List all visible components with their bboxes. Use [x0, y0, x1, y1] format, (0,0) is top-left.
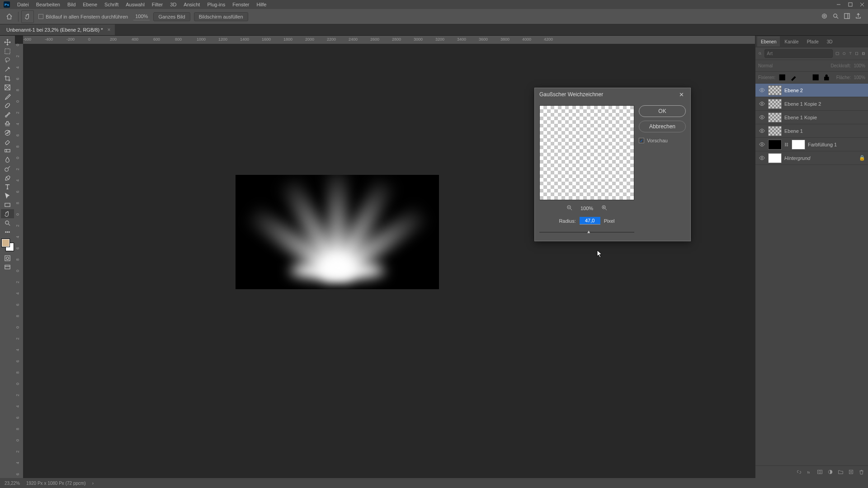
filter-smart-icon[interactable] — [862, 51, 865, 56]
layer-thumbnail[interactable] — [768, 85, 782, 95]
menu-image[interactable]: Bild — [64, 2, 79, 7]
home-button[interactable] — [3, 10, 15, 23]
layer-thumbnail[interactable] — [768, 99, 782, 109]
gradient-tool[interactable] — [1, 146, 14, 155]
marquee-tool[interactable] — [1, 47, 14, 56]
type-tool[interactable] — [1, 182, 14, 191]
close-tab-icon[interactable]: × — [107, 27, 110, 33]
dialog-titlebar[interactable]: Gaußscher Weichzeichner ✕ — [535, 88, 690, 101]
menu-edit[interactable]: Bearbeiten — [33, 2, 64, 7]
fill-screen-button[interactable]: Bildschirm ausfüllen — [194, 12, 248, 21]
layer-filter-input[interactable] — [764, 49, 833, 58]
menu-filter[interactable]: Filter — [148, 2, 166, 7]
lock-pixels-icon[interactable] — [778, 73, 786, 81]
blend-mode-select[interactable]: Normal — [758, 63, 828, 68]
filter-adjust-icon[interactable] — [842, 51, 846, 56]
window-minimize[interactable] — [833, 0, 844, 9]
foreground-color-swatch[interactable] — [2, 239, 9, 247]
eyedropper-tool[interactable] — [1, 92, 14, 101]
layer-name[interactable]: Ebene 1 — [784, 128, 803, 134]
edit-toolbar[interactable] — [1, 227, 14, 236]
frame-tool[interactable] — [1, 83, 14, 92]
new-layer-icon[interactable] — [848, 469, 854, 475]
pen-tool[interactable] — [1, 173, 14, 182]
menu-plugins[interactable]: Plug-ins — [203, 2, 229, 7]
dialog-close-icon[interactable]: ✕ — [677, 91, 686, 98]
hand-tool[interactable] — [1, 209, 14, 218]
move-tool[interactable] — [1, 38, 14, 47]
fill-value[interactable]: 100% — [854, 75, 865, 80]
cancel-button[interactable]: Abbrechen — [639, 121, 686, 132]
workspace-icon[interactable] — [844, 13, 850, 20]
layer-row[interactable]: Ebene 1 — [755, 124, 868, 138]
healing-tool[interactable] — [1, 101, 14, 110]
tab-3d[interactable]: 3D — [823, 37, 836, 47]
slider-handle-icon[interactable]: ▲ — [586, 229, 591, 234]
scroll-all-checkbox[interactable]: Bildlauf in allen Fenstern durchführen — [38, 14, 128, 19]
menu-type[interactable]: Schrift — [101, 2, 122, 7]
tab-paths[interactable]: Pfade — [803, 37, 822, 47]
layer-row[interactable]: Ebene 1 Kopie 2 — [755, 97, 868, 111]
tab-channels[interactable]: Kanäle — [781, 37, 802, 47]
mask-link-icon[interactable]: ⛓ — [784, 142, 789, 147]
lock-brush-icon[interactable] — [789, 73, 797, 81]
screenmode-tool[interactable] — [1, 263, 14, 272]
document-tab[interactable]: Unbenannt-1 bei 23,2% (Ebene 2, RGB/8) *… — [0, 24, 115, 35]
visibility-toggle[interactable] — [758, 114, 765, 120]
layer-name[interactable]: Hintergrund — [784, 155, 810, 161]
layer-thumbnail[interactable] — [768, 126, 782, 136]
layer-name[interactable]: Ebene 1 Kopie — [784, 115, 817, 120]
current-tool-hand[interactable] — [21, 10, 34, 23]
menu-help[interactable]: Hilfe — [253, 2, 270, 7]
layer-row[interactable]: Ebene 2 — [755, 84, 868, 97]
fit-screen-button[interactable]: Ganzes Bild — [153, 12, 190, 21]
history-brush-tool[interactable] — [1, 128, 14, 137]
mask-icon[interactable] — [817, 469, 823, 475]
dodge-tool[interactable] — [1, 164, 14, 173]
path-select-tool[interactable] — [1, 191, 14, 200]
menu-window[interactable]: Fenster — [229, 2, 253, 7]
group-icon[interactable] — [838, 469, 844, 475]
filter-type-icon[interactable] — [849, 51, 852, 56]
crop-tool[interactable] — [1, 74, 14, 83]
wand-tool[interactable] — [1, 65, 14, 74]
layer-row[interactable]: Hintergrund 🔒 — [755, 151, 868, 165]
eraser-tool[interactable] — [1, 137, 14, 146]
dialog-preview[interactable] — [539, 105, 634, 200]
zoom-tool[interactable] — [1, 218, 14, 227]
lock-all-icon[interactable] — [822, 73, 830, 81]
zoom-in-icon[interactable] — [601, 205, 607, 211]
lock-position-icon[interactable] — [800, 73, 808, 81]
stamp-tool[interactable] — [1, 119, 14, 128]
menu-view[interactable]: Ansicht — [180, 2, 203, 7]
lasso-tool[interactable] — [1, 56, 14, 65]
rectangle-tool[interactable] — [1, 200, 14, 209]
filter-shape-icon[interactable] — [855, 51, 859, 56]
menu-3d[interactable]: 3D — [166, 2, 180, 7]
tab-layers[interactable]: Ebenen — [757, 37, 780, 47]
status-zoom[interactable]: 23,22% — [5, 481, 20, 486]
visibility-toggle[interactable] — [758, 141, 765, 147]
opacity-value[interactable]: 100% — [854, 63, 865, 68]
adjustment-icon[interactable] — [827, 469, 833, 475]
delete-icon[interactable] — [859, 469, 864, 475]
menu-file[interactable]: Datei — [14, 2, 33, 7]
layer-row[interactable]: ⛓ Farbfüllung 1 — [755, 138, 868, 151]
layer-name[interactable]: Ebene 1 Kopie 2 — [784, 101, 821, 107]
visibility-toggle[interactable] — [758, 155, 765, 161]
mask-thumbnail[interactable] — [792, 140, 805, 150]
layer-name[interactable]: Ebene 2 — [784, 88, 803, 93]
menu-layer[interactable]: Ebene — [79, 2, 101, 7]
window-maximize[interactable] — [844, 0, 856, 9]
cloud-docs-icon[interactable] — [821, 13, 828, 20]
search-icon[interactable] — [832, 13, 839, 20]
lock-artboard-icon[interactable] — [811, 73, 820, 81]
brush-tool[interactable] — [1, 110, 14, 119]
fx-icon[interactable]: fx — [807, 469, 812, 475]
layer-name[interactable]: Farbfüllung 1 — [808, 142, 837, 147]
color-swatches[interactable] — [2, 239, 14, 251]
blur-tool[interactable] — [1, 155, 14, 164]
layer-thumbnail[interactable] — [768, 113, 782, 122]
ok-button[interactable]: OK — [639, 105, 686, 117]
visibility-toggle[interactable] — [758, 87, 765, 93]
